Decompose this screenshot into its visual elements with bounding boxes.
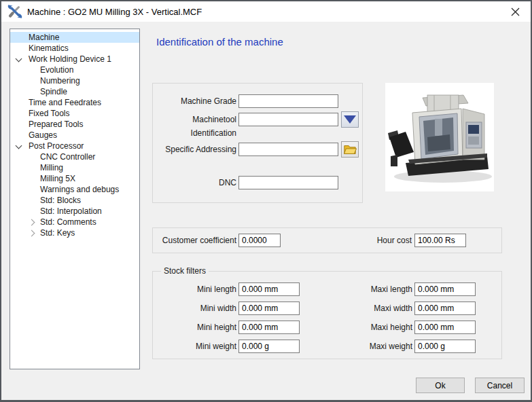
tree-item-std-interpolation[interactable]: Std: Interpolation (10, 206, 139, 217)
mini-weight-label: Mini weight (153, 340, 236, 353)
tree-item-std-comments[interactable]: Std: Comments (10, 217, 139, 227)
maxi-height-label: Maxi height (330, 321, 412, 334)
machine-photo (385, 83, 494, 191)
specific-addressing-label: Specific Addressing (153, 143, 236, 156)
maxi-weight-label: Maxi weight (330, 340, 412, 353)
machinetool-identification-label: Machinetool Identification (153, 113, 236, 140)
customer-coefficient-label: Customer coefficient (153, 234, 236, 247)
machinetool-dropdown-button[interactable] (341, 111, 359, 128)
titlebar: Machine : GO2 MU Milling 3X - Vertical.M… (1, 1, 531, 22)
tree-item-spindle[interactable]: Spindle (10, 86, 139, 97)
machinetool-identification-input[interactable] (238, 113, 338, 126)
chevron-right-icon[interactable] (29, 230, 35, 237)
hour-cost-input[interactable] (414, 234, 466, 247)
tree-item-numbering[interactable]: Numbering (10, 75, 139, 86)
maxi-length-label: Maxi length (330, 282, 412, 296)
mini-length-input[interactable] (238, 282, 300, 296)
tree-item-post-processor[interactable]: Post Processor (10, 141, 139, 151)
machine-dialog: Machine : GO2 MU Milling 3X - Vertical.M… (0, 0, 532, 402)
tree-item-warnings-and-debugs[interactable]: Warnings and debugs (10, 184, 139, 195)
mini-weight-input[interactable] (238, 340, 300, 353)
open-folder-icon (343, 144, 357, 156)
dnc-label: DNC (153, 176, 236, 189)
machine-image (385, 83, 494, 191)
mini-height-input[interactable] (238, 321, 300, 334)
maxi-height-input[interactable] (414, 321, 476, 334)
tree-item-cnc-controller[interactable]: CNC Controller (10, 151, 139, 162)
cancel-button[interactable]: Cancel (475, 378, 525, 393)
tools-icon (7, 4, 22, 19)
stock-filters-legend: Stock filters (161, 266, 209, 276)
maxi-weight-input[interactable] (414, 340, 476, 353)
mini-width-input[interactable] (238, 302, 300, 315)
machine-grade-label: Machine Grade (153, 94, 236, 108)
hour-cost-label: Hour cost (343, 234, 412, 247)
tree-item-evolution[interactable]: Evolution (10, 65, 139, 75)
mini-width-label: Mini width (153, 302, 236, 315)
mini-length-label: Mini length (153, 282, 236, 296)
page-title: Identification of the machine (156, 36, 283, 48)
ok-button[interactable]: Ok (416, 378, 465, 393)
tree-item-kinematics[interactable]: Kinematics (10, 43, 139, 54)
maxi-width-input[interactable] (414, 302, 476, 315)
close-button[interactable] (500, 1, 531, 22)
coefficient-group: Customer coefficient Hour cost (152, 227, 502, 253)
tree-item-milling-5x[interactable]: Milling 5X (10, 173, 139, 184)
tree-item-std-blocks[interactable]: Std: Blocks (10, 195, 139, 206)
chevron-right-icon[interactable] (29, 219, 35, 226)
tree-item-machine[interactable]: Machine (10, 32, 139, 43)
identification-group: Machine Grade Machinetool Identification… (152, 83, 363, 203)
tree-item-gauges[interactable]: Gauges (10, 130, 139, 141)
specific-addressing-input[interactable] (238, 143, 338, 156)
tree-item-time-and-feedrates[interactable]: Time and Feedrates (10, 97, 139, 108)
tree-item-milling[interactable]: Milling (10, 162, 139, 173)
dnc-input[interactable] (238, 176, 338, 189)
tree-item-std-keys[interactable]: Std: Keys (10, 227, 139, 238)
machine-grade-input[interactable] (238, 94, 338, 108)
maxi-length-input[interactable] (414, 282, 476, 296)
settings-tree: Machine Kinematics Work Holding Device 1… (10, 29, 140, 369)
tree-item-work-holding-device[interactable]: Work Holding Device 1 (10, 54, 139, 65)
close-icon (511, 7, 520, 16)
mini-height-label: Mini height (153, 321, 236, 334)
browse-folder-button[interactable] (341, 141, 359, 158)
stock-filters-group: Stock filters Mini length Maxi length Mi… (152, 271, 502, 359)
customer-coefficient-input[interactable] (238, 234, 281, 247)
chevron-down-icon[interactable] (16, 143, 23, 150)
chevron-down-icon[interactable] (16, 56, 23, 63)
tree-item-prepared-tools[interactable]: Prepared Tools (10, 119, 139, 130)
triangle-down-icon (344, 115, 356, 124)
window-title: Machine : GO2 MU Milling 3X - Vertical.M… (27, 7, 202, 17)
tree-item-fixed-tools[interactable]: Fixed Tools (10, 108, 139, 119)
maxi-width-label: Maxi width (330, 302, 412, 315)
